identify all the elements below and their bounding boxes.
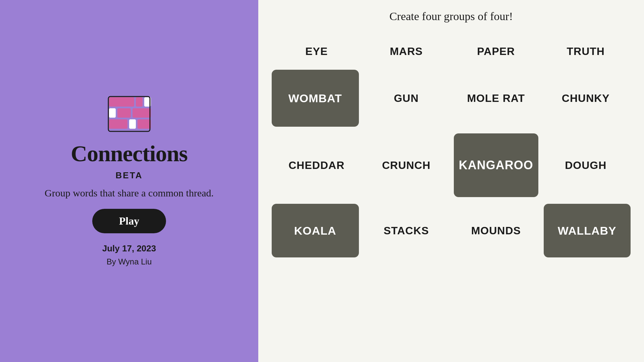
word-cell-wallaby[interactable]: WALLABY	[544, 204, 631, 257]
tagline: Group words that share a common thread.	[45, 187, 214, 199]
play-button[interactable]: Play	[92, 209, 166, 233]
svg-rect-8	[138, 119, 151, 129]
word-cell-mars[interactable]: MARS	[362, 36, 451, 66]
grid-row-2: WOMBAT GUN MOLE RAT CHUNKY	[272, 70, 631, 127]
app-logo	[107, 96, 151, 134]
word-grid: EYE MARS PAPER TRUTH WOMBAT GUN MOLE RAT	[272, 36, 631, 261]
grid-row-4: KOALA STACKS MOUNDS WALLABY	[272, 204, 631, 257]
word-cell-crunch[interactable]: CRUNCH	[362, 133, 451, 197]
date-label: July 17, 2023	[102, 243, 156, 254]
word-cell-cheddar[interactable]: CHEDDAR	[272, 133, 362, 197]
word-cell-paper[interactable]: PAPER	[451, 36, 541, 66]
word-cell-kangaroo[interactable]: KANGAROO	[454, 133, 538, 197]
svg-rect-4	[117, 108, 131, 118]
beta-label: BETA	[116, 170, 143, 181]
svg-rect-7	[129, 119, 136, 129]
word-cell-wombat[interactable]: WOMBAT	[272, 70, 359, 127]
word-cell-stacks[interactable]: STACKS	[362, 204, 451, 257]
svg-rect-3	[109, 108, 116, 118]
right-panel: Create four groups of four! EYE MARS PAP…	[258, 0, 644, 362]
word-cell-gun[interactable]: GUN	[362, 70, 451, 127]
word-cell-mole-rat[interactable]: MOLE RAT	[451, 70, 541, 127]
svg-rect-5	[132, 108, 151, 118]
author-label: By Wyna Liu	[107, 257, 152, 266]
word-cell-koala[interactable]: KOALA	[272, 204, 359, 257]
word-cell-dough[interactable]: DOUGH	[541, 133, 631, 197]
grid-row-3: CHEDDAR CRUNCH KANGAROO DOUGH	[272, 133, 631, 197]
word-cell-mounds[interactable]: MOUNDS	[451, 204, 541, 257]
word-cell-chunky[interactable]: CHUNKY	[541, 70, 631, 127]
word-cell-truth[interactable]: TRUTH	[541, 36, 631, 66]
svg-rect-6	[109, 119, 127, 129]
app-title: Connections	[71, 140, 187, 167]
svg-rect-1	[136, 97, 143, 107]
svg-rect-0	[109, 97, 134, 107]
left-panel: Connections BETA Group words that share …	[0, 0, 258, 362]
grid-row-1: EYE MARS PAPER TRUTH	[272, 36, 631, 66]
subtitle: Create four groups of four!	[389, 10, 513, 23]
word-cell-eye[interactable]: EYE	[272, 36, 362, 66]
